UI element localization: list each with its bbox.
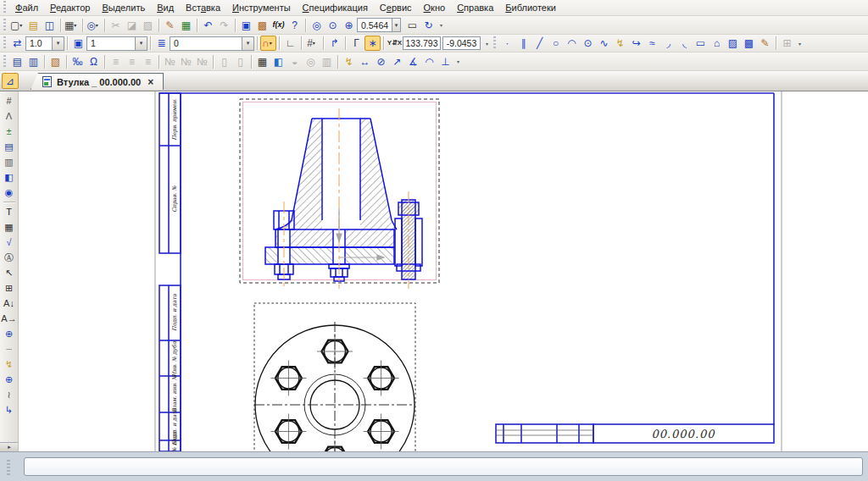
property-bar-input[interactable]	[24, 457, 863, 476]
preview-button[interactable]: ◎▾	[86, 18, 102, 33]
menu-specification[interactable]: Спецификация	[297, 1, 374, 14]
align-3-button[interactable]: ≡	[140, 54, 156, 69]
refresh-button[interactable]: ↻	[420, 18, 437, 33]
flange-view[interactable]	[254, 322, 415, 451]
centerline-tool-button[interactable]: ┄	[2, 341, 17, 357]
step-combo[interactable]: 1.0 ▾	[25, 36, 64, 51]
compass-tool-button[interactable]: Λ	[2, 108, 17, 124]
layer-combo[interactable]: 0 ▾	[170, 36, 254, 51]
view-combo[interactable]: 1 ▾	[86, 36, 147, 51]
book-tool-button[interactable]: ◧	[2, 169, 17, 185]
save-button[interactable]: ◫	[42, 18, 58, 33]
radius-dimension-button[interactable]: ↗	[389, 54, 405, 69]
plusminus-tool-button[interactable]: ±	[2, 124, 17, 139]
drawing-canvas[interactable]: Перв. примен. Справ. № Подп. и дата Инв.…	[19, 91, 868, 451]
menu-insert[interactable]: Вставка	[180, 1, 226, 14]
align-1-button[interactable]: ≡	[108, 54, 124, 69]
paste-button[interactable]: ▨	[140, 18, 156, 33]
equidistant-button[interactable]: ↪	[628, 36, 644, 51]
context-help-button[interactable]: ?	[287, 18, 303, 33]
angle-dimension-button[interactable]: ∡	[405, 54, 421, 69]
toolbar-overflow[interactable]: ▾	[437, 22, 446, 28]
snap-button[interactable]: ∩▾	[260, 36, 276, 51]
text-right-tool-button[interactable]: A→	[2, 311, 17, 326]
auto-axis-tool-button[interactable]: ↯	[2, 357, 17, 372]
copy-properties-button[interactable]: ✎	[162, 18, 178, 33]
linear-dimension-button[interactable]: ↔	[357, 54, 373, 69]
table-tool-button[interactable]: ▦	[2, 219, 17, 235]
close-icon[interactable]: ×	[146, 76, 155, 88]
toolbar-overflow[interactable]: ▾	[795, 41, 804, 47]
align-2-button[interactable]: ≡	[124, 54, 140, 69]
zoom-frame-button[interactable]: ◎	[309, 18, 325, 33]
property-bar-grip[interactable]	[7, 460, 10, 475]
frame-tool-button[interactable]: ▤	[2, 139, 17, 154]
chevron-down-icon[interactable]: ▾	[270, 41, 275, 46]
cursor-step-button[interactable]: ⇄	[9, 36, 25, 51]
numbering-2-button[interactable]: №	[178, 54, 194, 69]
menu-tools[interactable]: Инструменты	[226, 1, 297, 14]
copy-view-button[interactable]: ▤	[9, 54, 25, 69]
menu-window[interactable]: Окно	[418, 1, 452, 14]
coords-icon-button[interactable]: Y⇵X	[387, 36, 403, 51]
spec-3d-button[interactable]: ◧	[270, 54, 287, 69]
text-tool-button[interactable]: T	[2, 204, 17, 219]
roughness-tool-button[interactable]: √	[2, 235, 17, 250]
arc-dimension-button[interactable]: ◠	[421, 54, 437, 69]
spec-table-button[interactable]: ▦	[254, 54, 270, 69]
aux-line-button[interactable]: ∥	[515, 36, 531, 51]
menu-file[interactable]: Файл	[9, 1, 44, 14]
datum-tool-button[interactable]: Ⓐ	[2, 250, 17, 265]
cut-button[interactable]: ✂	[108, 18, 124, 33]
forbid-snap-button[interactable]: ∟	[282, 36, 298, 51]
extra-5-button[interactable]: ▥	[319, 54, 335, 69]
extra-1-button[interactable]: ▯	[216, 54, 232, 69]
toolbar-overflow[interactable]: ▾	[453, 58, 463, 64]
polygon-button[interactable]: ⌂	[709, 36, 725, 51]
chevron-down-icon[interactable]: ▾	[52, 37, 64, 50]
spline-button[interactable]: ∿	[596, 36, 612, 51]
chevron-down-icon[interactable]: ▾	[135, 37, 147, 50]
fx-button[interactable]: f(x)	[270, 18, 287, 33]
collect-button[interactable]: ⊞	[779, 36, 795, 51]
extra-3-button[interactable]: ◒	[287, 54, 303, 69]
numbering-1-button[interactable]: №	[162, 54, 178, 69]
rounding-button[interactable]: ∗	[364, 36, 381, 51]
chevron-down-icon[interactable]: ▾	[19, 23, 25, 28]
current-view-button[interactable]: ▣	[70, 36, 86, 51]
chevron-down-icon[interactable]: ▾	[96, 23, 101, 28]
toolbar-grip[interactable]	[3, 1, 6, 14]
text-down-tool-button[interactable]: A↓	[2, 296, 17, 311]
local-cs-button[interactable]: ↱	[326, 36, 342, 51]
hatch-button[interactable]: ▨	[725, 36, 741, 51]
section-view[interactable]	[265, 108, 422, 289]
height-dimension-button[interactable]: ⊥	[437, 54, 453, 69]
move-view-button[interactable]: ▥	[25, 54, 42, 69]
grid-button[interactable]: #▾	[304, 36, 320, 51]
y-coordinate-field[interactable]: -9.0453	[442, 36, 481, 50]
leader-tool-button[interactable]: ↖	[2, 265, 17, 280]
zoom-combo[interactable]: 0.5464 ▾	[357, 18, 401, 32]
menu-libraries[interactable]: Библиотеки	[499, 1, 562, 14]
redo-button[interactable]: ↷	[216, 18, 232, 33]
zoom-in-button[interactable]: ⊕	[341, 18, 357, 33]
marked-circle-tool-button[interactable]: ⊕	[2, 326, 17, 341]
chevron-down-icon[interactable]: ▾	[313, 41, 318, 46]
library-manager-button[interactable]: ▩	[254, 18, 270, 33]
toolbar-grip[interactable]	[3, 36, 6, 50]
undo-button[interactable]: ↶	[200, 18, 216, 33]
fill-button[interactable]: ▩	[741, 36, 757, 51]
center-marker-tool-button[interactable]: ⊕	[2, 372, 17, 387]
copy-button[interactable]: ◪	[124, 18, 140, 33]
toolbar-grip[interactable]	[3, 19, 6, 32]
fillet-button[interactable]: ◞	[660, 36, 676, 51]
diameter-dimension-button[interactable]: ⊘	[373, 54, 389, 69]
circle-button[interactable]: ○	[548, 36, 564, 51]
sheet-tool-button[interactable]: ▥	[2, 154, 17, 169]
ortho-button[interactable]: Γ	[348, 36, 364, 51]
bezier-button[interactable]: ≈	[644, 36, 660, 51]
continuous-input-button[interactable]: ↯	[612, 36, 628, 51]
geometry-tool-button[interactable]: #	[2, 93, 17, 108]
open-button[interactable]: ▤	[25, 18, 42, 33]
document-tab[interactable]: Втулка _ 00.000.00 ×	[31, 73, 164, 90]
